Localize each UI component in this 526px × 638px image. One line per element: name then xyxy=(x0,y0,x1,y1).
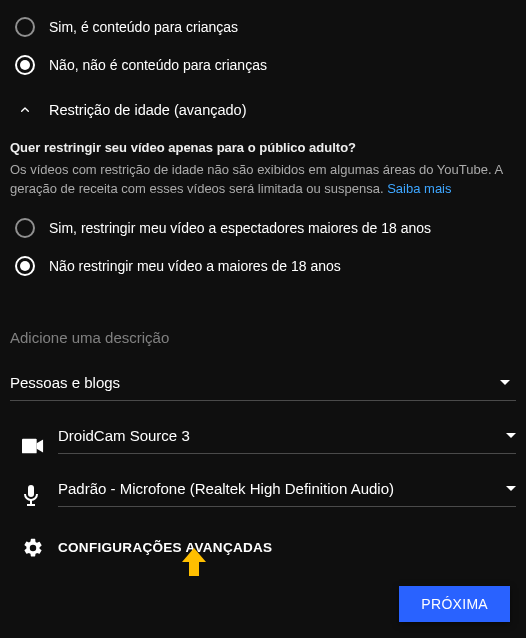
caret-down-icon xyxy=(500,380,510,385)
gear-icon xyxy=(22,537,44,559)
radio-checked-icon xyxy=(15,55,35,75)
advanced-settings-label: CONFIGURAÇÕES AVANÇADAS xyxy=(58,540,272,555)
audience-no-label: Não, não é conteúdo para crianças xyxy=(49,57,267,73)
age-restrict-yes-label: Sim, restringir meu vídeo a espectadores… xyxy=(49,220,431,236)
audience-no-row[interactable]: Não, não é conteúdo para crianças xyxy=(10,46,516,84)
camera-select[interactable]: DroidCam Source 3 xyxy=(58,419,516,454)
radio-checked-icon xyxy=(15,256,35,276)
microphone-select[interactable]: Padrão - Microfone (Realtek High Definit… xyxy=(58,472,516,507)
age-restriction-toggle[interactable]: Restrição de idade (avançado) xyxy=(10,84,516,130)
radio-unchecked-icon xyxy=(15,17,35,37)
advanced-settings-button[interactable]: CONFIGURAÇÕES AVANÇADAS xyxy=(10,537,516,559)
age-restriction-question: Quer restringir seu vídeo apenas para o … xyxy=(10,130,516,161)
svg-rect-1 xyxy=(28,485,34,497)
age-restriction-label: Restrição de idade (avançado) xyxy=(49,102,246,118)
radio-unchecked-icon xyxy=(15,218,35,238)
age-restrict-yes-row[interactable]: Sim, restringir meu vídeo a espectadores… xyxy=(10,209,516,247)
microphone-value: Padrão - Microfone (Realtek High Definit… xyxy=(58,480,506,497)
caret-down-icon xyxy=(506,433,516,438)
age-restrict-no-row[interactable]: Não restringir meu vídeo a maiores de 18… xyxy=(10,247,516,285)
learn-more-link[interactable]: Saiba mais xyxy=(387,181,451,196)
category-value: Pessoas e blogs xyxy=(10,374,500,391)
camera-value: DroidCam Source 3 xyxy=(58,427,506,444)
next-button[interactable]: PRÓXIMA xyxy=(399,586,510,622)
age-restrict-no-label: Não restringir meu vídeo a maiores de 18… xyxy=(49,258,341,274)
caret-down-icon xyxy=(506,486,516,491)
svg-rect-0 xyxy=(22,438,37,453)
description-input[interactable]: Adicione uma descrição xyxy=(10,323,516,352)
audience-yes-label: Sim, é conteúdo para crianças xyxy=(49,19,238,35)
microphone-icon xyxy=(22,485,40,507)
audience-yes-row[interactable]: Sim, é conteúdo para crianças xyxy=(10,8,516,46)
category-select[interactable]: Pessoas e blogs xyxy=(10,366,516,401)
age-restriction-help: Os vídeos com restrição de idade não são… xyxy=(10,161,516,205)
camera-icon xyxy=(22,438,44,454)
chevron-up-icon xyxy=(15,100,35,120)
